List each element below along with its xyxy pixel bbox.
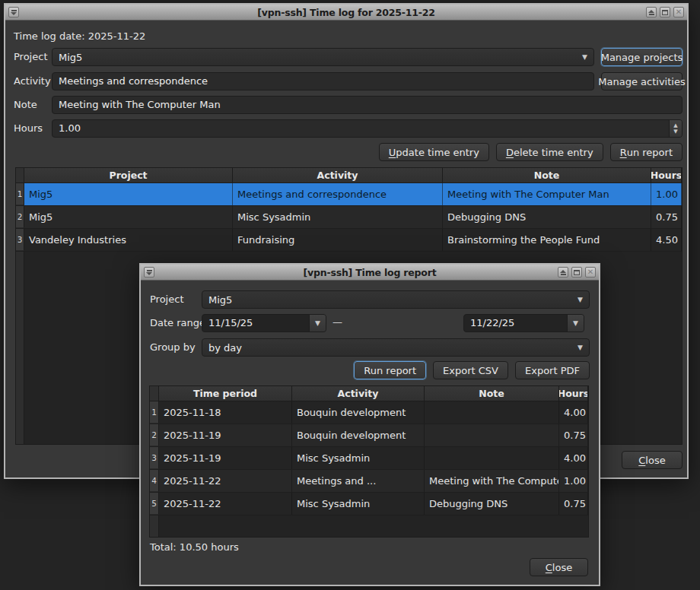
header-note[interactable]: Note: [425, 386, 559, 401]
row-number: 3: [150, 447, 159, 469]
report-window-title: [vpn-ssh] Time log report: [304, 267, 437, 278]
cell-hours: 1.00: [559, 470, 588, 492]
cell-hours: 4.00: [559, 447, 588, 469]
report-project-label: Project: [150, 293, 183, 305]
cell-note: [425, 447, 559, 469]
note-label: Note: [14, 99, 37, 110]
cell-activity: Meetings and correspondence: [233, 183, 443, 205]
cell-note: [425, 401, 559, 423]
cell-hours: 0.75: [651, 206, 682, 228]
maximize-button[interactable]: [660, 7, 670, 17]
row-number: 4: [150, 470, 159, 492]
menu-arrow-icon: [146, 272, 152, 275]
cell-activity: Meetings and ...: [292, 470, 425, 492]
manage-activities-button[interactable]: Manage activities: [601, 72, 682, 90]
table-row[interactable]: 3Vandeley IndustriesFundraisingBrainstor…: [16, 229, 682, 252]
main-titlebar[interactable]: [vpn-ssh] Time log for 2025-11-22 ✕: [5, 5, 687, 21]
close-window-button[interactable]: ✕: [585, 267, 596, 278]
cell-note: Debugging DNS: [425, 493, 559, 515]
date-from-dropdown-button[interactable]: ▼: [309, 315, 326, 331]
cell-activity: Bouquin development: [292, 424, 425, 446]
header-hours[interactable]: Hours: [559, 386, 588, 401]
close-window-button[interactable]: ✕: [673, 7, 684, 17]
total-hours-text: Total: 10.50 hours: [150, 541, 239, 553]
row-number: 5: [150, 493, 159, 515]
export-csv-button[interactable]: Export CSV: [433, 361, 508, 379]
time-log-date-label: Time log date: 2025-11-22: [14, 30, 145, 42]
chevron-down-icon: ▼: [578, 344, 583, 351]
row-number: 3: [16, 229, 24, 251]
table-header: Project Activity Note Hours: [16, 168, 682, 183]
report-action-buttons: Run report Export CSV Export PDF: [323, 361, 590, 379]
table-row[interactable]: 1Mig5Meetings and correspondenceMeeting …: [16, 183, 682, 206]
header-activity[interactable]: Activity: [292, 386, 425, 401]
spinner-buttons[interactable]: ▲ ▼: [669, 120, 682, 137]
cell-hours: 0.75: [559, 493, 588, 515]
main-window-title: [vpn-ssh] Time log for 2025-11-22: [257, 7, 434, 18]
cell-period: 2025-11-22: [159, 470, 292, 492]
date-from-picker[interactable]: 11/15/25 ▼: [202, 314, 326, 332]
report-project-value: Mig5: [208, 294, 232, 306]
cell-period: 2025-11-18: [159, 401, 292, 423]
hours-label: Hours: [14, 122, 43, 134]
close-icon: ✕: [676, 8, 682, 16]
shade-button[interactable]: [558, 267, 568, 278]
project-value: Mig5: [59, 52, 82, 63]
date-to-dropdown-button[interactable]: ▼: [567, 315, 584, 331]
window-menu-button[interactable]: [144, 267, 154, 278]
hours-spinner[interactable]: 1.00 ▲ ▼: [52, 119, 682, 138]
cell-project: Mig5: [24, 206, 233, 228]
cell-project: Mig5: [24, 183, 233, 205]
window-menu-button[interactable]: [8, 7, 19, 17]
table-row[interactable]: 52025-11-22Misc SysadminDebugging DNS0.7…: [150, 493, 588, 515]
activity-input[interactable]: Meetings and correspondence: [52, 72, 594, 90]
table-row[interactable]: 22025-11-19Bouquin development0.75: [150, 424, 588, 447]
shade-button[interactable]: [646, 7, 657, 17]
cell-hours: 4.00: [559, 401, 588, 423]
table-row[interactable]: 42025-11-22Meetings and ...Meeting with …: [150, 470, 588, 493]
date-to-picker[interactable]: 11/22/25 ▼: [463, 314, 584, 332]
header-hours[interactable]: Hours: [651, 168, 682, 182]
report-run-report-button[interactable]: Run report: [354, 361, 426, 379]
row-number: 1: [16, 183, 24, 205]
cell-note: Brainstorming the People Fund: [443, 229, 651, 251]
run-report-button[interactable]: Run report: [610, 143, 682, 161]
delete-time-entry-button[interactable]: Delete time entry: [496, 143, 603, 161]
chevron-down-icon: ▼: [582, 53, 587, 61]
header-activity[interactable]: Activity: [233, 168, 443, 182]
header-time-period[interactable]: Time period: [159, 386, 292, 401]
table-row[interactable]: 2Mig5Misc SysadminDebugging DNS0.75: [16, 206, 682, 229]
shade-icon: [648, 10, 654, 13]
report-table: Time period Activity Note Hours 12025-11…: [149, 385, 589, 538]
main-close-button[interactable]: Close: [622, 451, 682, 469]
maximize-icon: [662, 10, 668, 15]
project-combobox[interactable]: Mig5 ▼: [52, 48, 594, 66]
update-time-entry-button[interactable]: Update time entry: [379, 143, 489, 161]
cell-period: 2025-11-22: [159, 493, 292, 515]
export-pdf-button[interactable]: Export PDF: [515, 361, 590, 379]
report-close-button[interactable]: Close: [530, 558, 588, 576]
maximize-button[interactable]: [571, 267, 582, 278]
table-row[interactable]: 12025-11-18Bouquin development4.00: [150, 401, 588, 424]
group-by-value: by day: [208, 342, 242, 354]
manage-projects-button[interactable]: Manage projects: [601, 48, 682, 66]
date-range-label: Date range: [150, 317, 205, 328]
cell-hours: 1.00: [651, 183, 682, 205]
activity-label: Activity: [14, 75, 51, 87]
note-input[interactable]: Meeting with The Computer Man: [52, 96, 682, 114]
table-row[interactable]: 32025-11-19Misc Sysadmin4.00: [150, 447, 588, 470]
report-titlebar[interactable]: [vpn-ssh] Time log report ✕: [141, 265, 599, 281]
close-icon: ✕: [587, 268, 593, 276]
cell-note: [425, 424, 559, 446]
row-number: 2: [150, 424, 159, 446]
report-project-combobox[interactable]: Mig5 ▼: [202, 290, 590, 309]
header-project[interactable]: Project: [24, 168, 233, 182]
header-note[interactable]: Note: [443, 168, 651, 182]
cell-period: 2025-11-19: [159, 424, 292, 446]
cell-activity: Misc Sysadmin: [292, 447, 425, 469]
cell-project: Vandeley Industries: [24, 229, 233, 251]
cell-activity: Fundraising: [233, 229, 443, 251]
menu-arrow-icon: [11, 12, 17, 15]
menu-icon: [147, 270, 152, 271]
group-by-combobox[interactable]: by day ▼: [202, 338, 590, 357]
